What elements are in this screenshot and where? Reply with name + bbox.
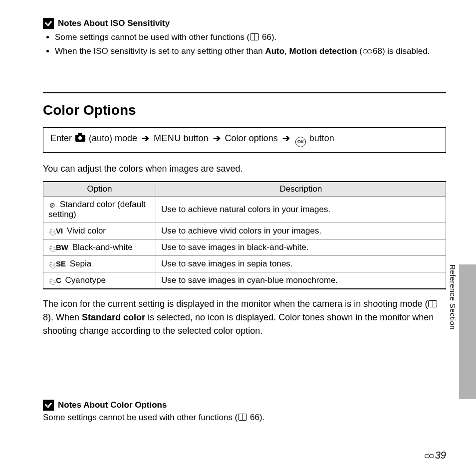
color-options-table: Option Description ⊘ Standard color (def… — [43, 181, 446, 289]
book-icon — [238, 414, 247, 421]
option-name: Standard color (default setting) — [48, 200, 146, 219]
text: When the ISO sensitivity is set to any s… — [55, 46, 265, 56]
notes-iso-list: Some settings cannot be used with other … — [43, 31, 446, 57]
option-code: BW — [56, 243, 68, 251]
description-cell: Use to save images in sepia tones. — [156, 256, 446, 272]
notes-iso-title: Notes About ISO Sensitivity — [58, 18, 170, 28]
text: 68) is disabled. — [373, 46, 430, 56]
link-icon — [363, 49, 372, 54]
description-cell: Use to save images in black-and-white. — [156, 239, 446, 256]
text: , — [284, 46, 289, 56]
description-cell: Use to save images in cyan-blue monochro… — [156, 272, 446, 289]
option-name: Sepia — [67, 259, 91, 268]
intro-text: You can adjust the colors when images ar… — [43, 164, 446, 174]
option-cell: 🎨BW Black-and-white — [43, 239, 156, 256]
text: The icon for the current setting is disp… — [43, 299, 428, 309]
arrow-icon: ➔ — [213, 133, 221, 144]
side-tab — [459, 264, 476, 399]
option-name: Black-and-white — [70, 242, 133, 252]
palette-icon: 🎨 — [48, 260, 56, 268]
link-icon — [425, 454, 434, 459]
text: button — [181, 133, 211, 143]
text: 8). When — [43, 312, 82, 322]
text-bold: Standard color — [82, 312, 145, 322]
camera-icon — [75, 135, 85, 142]
menu-label: MENU — [154, 133, 181, 143]
standard-icon: ⊘ — [48, 201, 56, 209]
arrow-icon: ➔ — [142, 133, 149, 144]
notes-color-title: Notes About Color Options — [58, 400, 167, 410]
book-icon — [250, 33, 259, 40]
text-bold: Auto — [265, 46, 284, 56]
text: Color options — [223, 133, 280, 143]
divider — [43, 92, 446, 93]
palette-icon: 🎨 — [48, 228, 56, 236]
option-name: Cyanotype — [63, 275, 106, 285]
table-row: 🎨SE SepiaUse to save images in sepia ton… — [43, 256, 446, 272]
notes-color-heading: Notes About Color Options — [43, 400, 446, 411]
text: Some settings cannot be used with other … — [43, 413, 238, 422]
list-item: When the ISO sensitivity is set to any s… — [55, 45, 446, 58]
col-option: Option — [43, 182, 156, 197]
option-cell: 🎨VI Vivid color — [43, 223, 156, 239]
option-code: SE — [56, 259, 66, 268]
text: 66). — [247, 413, 264, 422]
table-row: 🎨VI Vivid colorUse to achieve vivid colo… — [43, 223, 446, 239]
text: (auto) mode — [86, 133, 140, 143]
palette-icon: 🎨 — [48, 244, 56, 252]
text: ( — [357, 46, 362, 56]
book-icon — [428, 300, 437, 307]
after-table-text: The icon for the current setting is disp… — [43, 297, 446, 338]
check-icon — [43, 400, 54, 411]
option-code: VI — [56, 227, 63, 235]
notes-iso-heading: Notes About ISO Sensitivity — [43, 18, 446, 29]
text-bold: Motion detection — [289, 46, 357, 56]
text: Some settings cannot be used with other … — [55, 32, 249, 42]
arrow-icon: ➔ — [282, 133, 290, 144]
option-cell: 🎨SE Sepia — [43, 256, 156, 272]
page-number: 39 — [424, 450, 446, 461]
check-icon — [43, 18, 54, 29]
text: button — [307, 133, 334, 143]
option-name: Vivid color — [64, 226, 106, 236]
description-cell: Use to achieve vivid colors in your imag… — [156, 223, 446, 239]
option-cell: ⊘ Standard color (default setting) — [43, 197, 156, 223]
description-cell: Use to achieve natural colors in your im… — [156, 197, 446, 223]
side-section-label: Reference Section — [449, 264, 457, 330]
option-cell: 🎨C Cyanotype — [43, 272, 156, 289]
ok-icon: OK — [295, 137, 306, 147]
list-item: Some settings cannot be used with other … — [55, 31, 446, 44]
table-row: 🎨C CyanotypeUse to save images in cyan-b… — [43, 272, 446, 289]
page-number-value: 39 — [435, 450, 446, 461]
section-title: Color Options — [43, 102, 446, 118]
palette-icon: 🎨 — [48, 277, 56, 285]
col-description: Description — [156, 182, 446, 197]
table-row: 🎨BW Black-and-whiteUse to save images in… — [43, 239, 446, 256]
notes-color-body: Some settings cannot be used with other … — [43, 413, 446, 423]
navigation-path-box: Enter (auto) mode ➔ MENU button ➔ Color … — [43, 127, 446, 153]
manual-page: Reference Section Notes About ISO Sensit… — [0, 0, 476, 476]
table-row: ⊘ Standard color (default setting)Use to… — [43, 197, 446, 223]
text: 66). — [259, 32, 276, 42]
text: Enter — [50, 133, 74, 143]
